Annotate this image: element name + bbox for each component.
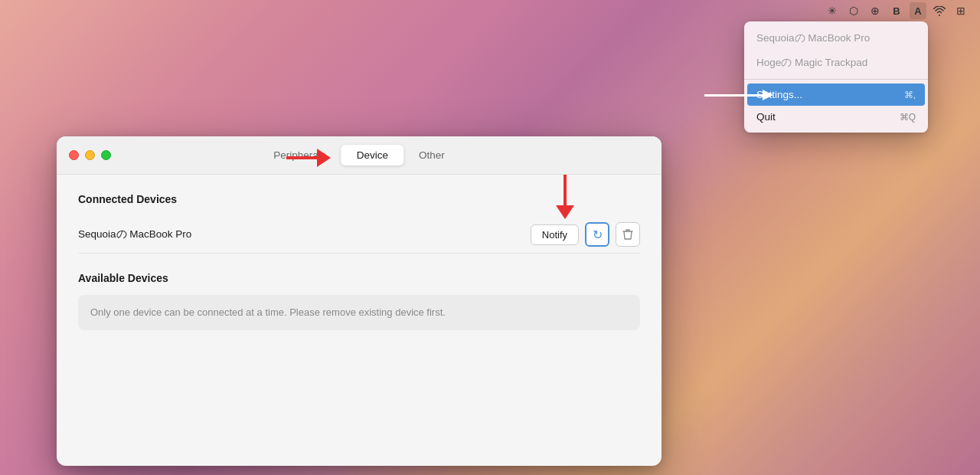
minimize-button[interactable]	[85, 150, 95, 160]
tab-other[interactable]: Other	[403, 145, 460, 165]
refresh-button[interactable]: ↻	[585, 222, 609, 247]
device-name: Sequoiaの MacBook Pro	[78, 228, 531, 241]
traffic-lights	[69, 150, 111, 160]
bold-icon[interactable]: B	[888, 2, 905, 19]
onepassword-icon[interactable]: ⊕	[867, 2, 884, 19]
close-button[interactable]	[69, 150, 79, 160]
dropdown-item-trackpad[interactable]: Hogeの Magic Trackpad	[744, 51, 928, 75]
device-row: Sequoiaの MacBook Pro Notify ↻	[78, 216, 640, 254]
available-devices-message: Only one device can be connected at a ti…	[78, 295, 640, 330]
arrow-line	[704, 94, 766, 97]
red-arrow-down-annotation	[556, 175, 574, 219]
tab-device[interactable]: Device	[341, 145, 403, 165]
settings-arrow-annotation	[704, 94, 766, 97]
dropdown-item-settings[interactable]: Settings... ⌘,	[747, 84, 925, 106]
window-titlebar: Peripherals Device Other	[57, 136, 662, 175]
delete-button[interactable]	[616, 222, 640, 247]
red-arrow-right-annotation	[286, 149, 331, 167]
notify-button[interactable]: Notify	[531, 224, 579, 245]
menu-bar: ✳ ⬡ ⊕ B A ⊞	[813, 0, 980, 21]
available-devices-title: Available Devices	[78, 272, 640, 284]
notchmeister-icon[interactable]: ✳	[824, 2, 841, 19]
layers-icon[interactable]: ⬡	[845, 2, 862, 19]
available-devices-section: Available Devices Only one device can be…	[78, 272, 640, 330]
trash-icon	[622, 228, 633, 241]
a-icon[interactable]: A	[910, 2, 926, 19]
device-actions: Notify ↻	[531, 222, 640, 247]
wifi-icon[interactable]	[931, 2, 948, 19]
dropdown-divider	[744, 79, 928, 80]
dropdown-menu: Sequoiaの MacBook Pro Hogeの Magic Trackpa…	[744, 21, 928, 133]
maximize-button[interactable]	[101, 150, 111, 160]
dropdown-item-macbook[interactable]: Sequoiaの MacBook Pro	[744, 26, 928, 51]
refresh-icon: ↻	[593, 228, 603, 242]
grid-icon[interactable]: ⊞	[952, 2, 969, 19]
dropdown-item-quit[interactable]: Quit ⌘Q	[744, 106, 928, 128]
